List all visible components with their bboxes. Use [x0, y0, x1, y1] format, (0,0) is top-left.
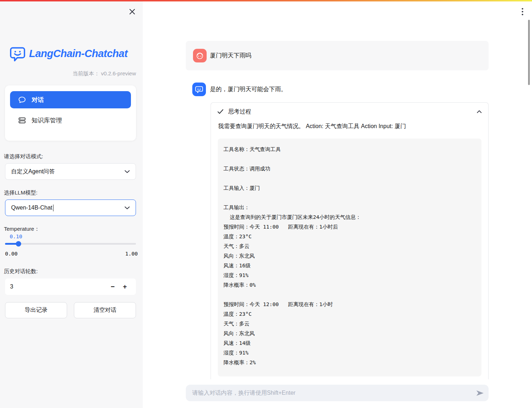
scrollbar-thumb[interactable]: [528, 20, 530, 85]
check-icon: [217, 109, 223, 114]
assistant-avatar: [192, 83, 206, 96]
version-label: 当前版本： v0.2.6-preview: [72, 70, 136, 77]
knowledge-base-icon: [18, 116, 26, 125]
slider-min-label: 0.00: [5, 251, 18, 257]
brand-logo: LangChain-Chatchat: [10, 46, 128, 61]
chevron-up-icon[interactable]: [477, 110, 482, 113]
status-running-bar: [0, 0, 532, 1]
dialog-mode-select[interactable]: 自定义Agent问答: [5, 163, 136, 180]
sidebar-close-icon[interactable]: [127, 6, 137, 17]
dialog-mode-value: 自定义Agent问答: [11, 168, 55, 175]
speech-bubble-icon: [18, 96, 26, 104]
user-message-text: 厦门明天下雨吗: [210, 41, 251, 70]
text-caret: [53, 205, 54, 211]
chevron-down-icon: [124, 168, 130, 175]
clear-chat-button[interactable]: 清空对话: [74, 302, 136, 318]
nav-item-chat-label: 对话: [32, 96, 44, 104]
llm-model-value: Qwen-14B-Chat: [11, 205, 52, 211]
assistant-message-text: 是的，厦门明天可能会下雨。: [210, 82, 287, 97]
history-rounds-input[interactable]: 3 − +: [5, 278, 136, 295]
history-rounds-value: 3: [10, 283, 13, 290]
thought-expander: 思考过程 我需要查询厦门明天的天气情况。 Action: 天气查询工具 Acti…: [211, 102, 489, 379]
temperature-label: Temperature：: [4, 226, 39, 233]
thought-expander-header[interactable]: 思考过程: [211, 103, 488, 121]
nav-item-knowledge-base[interactable]: 知识库管理: [10, 112, 131, 129]
brand-name: LangChain-Chatchat: [29, 48, 128, 60]
chat-input-container: [186, 385, 489, 401]
history-rounds-label: 历史对话轮数:: [4, 268, 38, 275]
export-history-button[interactable]: 导出记录: [5, 302, 67, 318]
dialog-mode-label: 请选择对话模式:: [4, 153, 43, 160]
decrement-button[interactable]: −: [107, 281, 119, 293]
assistant-message-row: 是的，厦门明天可能会下雨。: [186, 82, 489, 97]
slider-max-label: 1.00: [125, 251, 138, 257]
nav-item-chat[interactable]: 对话: [10, 91, 131, 108]
temperature-slider[interactable]: [5, 243, 136, 245]
llm-model-label: 选择LLM模型:: [4, 189, 37, 196]
chat-main: 厦门明天下雨吗 是的，厦门明天可能会下雨。 思考过程 我需要查询厦门明天的天气情…: [143, 0, 532, 408]
thought-expander-title: 思考过程: [228, 108, 251, 116]
nav-item-kb-label: 知识库管理: [32, 116, 62, 125]
user-message-row: 厦门明天下雨吗: [186, 41, 489, 70]
tool-output-text: 工具名称：天气查询工具 工具状态：调用成功 工具输入：厦门 工具输出： 这是查询…: [223, 145, 476, 367]
increment-button[interactable]: +: [119, 281, 131, 293]
send-icon[interactable]: [476, 389, 484, 397]
chat-input[interactable]: [186, 385, 469, 401]
nav-card: 对话 知识库管理: [5, 85, 136, 141]
user-avatar: [193, 49, 207, 62]
temperature-value: 0.10: [10, 234, 22, 239]
chat-bubble-logo-icon: [10, 46, 25, 61]
thought-text: 我需要查询厦门明天的天气情况。 Action: 天气查询工具 Action In…: [211, 121, 488, 131]
slider-thumb[interactable]: [16, 241, 21, 247]
tool-output-codeblock: 工具名称：天气查询工具 工具状态：调用成功 工具输入：厦门 工具输出： 这是查询…: [218, 139, 481, 376]
app-menu-icon[interactable]: [518, 6, 527, 17]
llm-model-select[interactable]: Qwen-14B-Chat: [5, 200, 136, 216]
chevron-down-icon: [124, 205, 130, 211]
sidebar: LangChain-Chatchat 当前版本： v0.2.6-preview …: [0, 0, 143, 408]
